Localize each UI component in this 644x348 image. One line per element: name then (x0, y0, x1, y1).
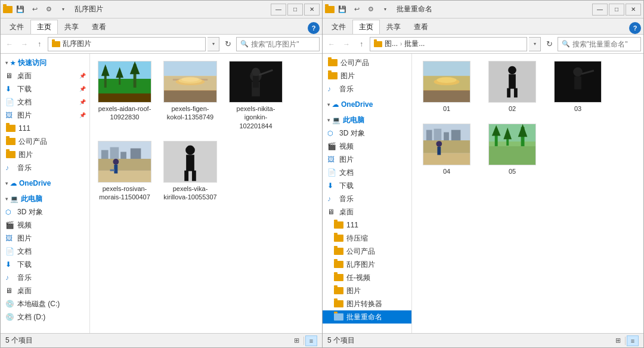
right-file-item-3[interactable]: 03 (548, 58, 608, 115)
right-sidebar-company[interactable]: 公司产品 (323, 56, 411, 69)
left-grid-view-btn[interactable]: ⊞ (290, 335, 302, 346)
left-forward-btn[interactable]: → (18, 37, 31, 51)
right-dropdown-btn[interactable]: ▾ (379, 4, 392, 15)
left-sidebar-images[interactable]: 图片 (1, 148, 89, 161)
right-file-item-2[interactable]: 02 (482, 58, 542, 115)
left-file-item-5[interactable]: pexels-vika-kirillova-10055307 (160, 138, 220, 204)
right-sidebar-batch[interactable]: 批量重命名 (323, 310, 411, 324)
right-sidebar-music[interactable]: ♪ 音乐 (323, 82, 411, 96)
right-sidebar-pending[interactable]: 待压缩 (323, 232, 411, 245)
right-maximize-btn[interactable]: □ (609, 4, 624, 16)
left-file-item-4[interactable]: pexels-rosivan-morais-11500407 (95, 138, 154, 204)
left-minimize-btn[interactable]: — (271, 4, 286, 16)
right-sidebar-111[interactable]: 111 (323, 218, 411, 232)
left-sidebar-dl2[interactable]: ⬇ 下载 (1, 258, 89, 271)
right-help-btn[interactable]: ? (629, 22, 641, 34)
left-list-view-btn[interactable]: ≡ (305, 335, 317, 346)
right-addr-dropdown[interactable]: ▾ (529, 37, 541, 51)
right-sidebar-video[interactable]: 🎬 视频 (323, 140, 411, 153)
left-sidebar-doc2[interactable]: 📄 文档 (1, 245, 89, 258)
right-list-view-btn[interactable]: ≡ (627, 335, 639, 346)
right-tab-share[interactable]: 共享 (380, 20, 407, 34)
left-sidebar-desktop[interactable]: 🖥 桌面 📌 (1, 69, 89, 82)
left-refresh-btn[interactable]: ↻ (221, 37, 234, 51)
right-search-input[interactable] (572, 40, 637, 48)
right-sidebar-dl2[interactable]: ⬇ 下载 (323, 179, 411, 192)
right-tab-view[interactable]: 查看 (407, 20, 435, 34)
right-file-item-5[interactable]: 05 (482, 121, 542, 178)
left-sidebar-3d[interactable]: ⬡ 3D 对象 (1, 205, 89, 218)
left-tab-file[interactable]: 文件 (3, 20, 30, 34)
left-addr-dropdown[interactable]: ▾ (208, 37, 219, 51)
right-sidebar-company2[interactable]: 公司产品 (323, 245, 411, 258)
right-sidebar-pic2[interactable]: 🖼 图片 (323, 153, 411, 166)
left-sidebar-download[interactable]: ⬇ 下载 📌 (1, 82, 89, 96)
right-refresh-btn[interactable]: ↻ (543, 37, 556, 51)
left-maximize-btn[interactable]: □ (287, 4, 303, 16)
right-company-icon (328, 59, 338, 66)
left-tab-home[interactable]: 主页 (30, 20, 58, 34)
left-doc-label: 文档 (17, 97, 32, 107)
left-sidebar-company[interactable]: 公司产品 (1, 135, 89, 148)
left-undo-btn[interactable]: ↩ (28, 4, 41, 15)
right-sidebar-thispc[interactable]: ▾ 💻 此电脑 (323, 113, 411, 127)
right-sidebar-images2[interactable]: 图片 (323, 284, 411, 297)
right-sidebar-chaos[interactable]: 乱序图片 (323, 258, 411, 271)
left-sidebar-hdd2[interactable]: 💿 文档 (D:) (1, 310, 89, 324)
left-sidebar-pic[interactable]: 🖼 图片 📌 (1, 109, 89, 122)
left-sidebar-hdd[interactable]: 💿 本地磁盘 (C:) (1, 297, 89, 310)
left-search-box[interactable]: 🔍 (236, 37, 320, 51)
right-sidebar-desk2[interactable]: 🖥 桌面 (323, 205, 411, 218)
left-sidebar-video[interactable]: 🎬 视频 (1, 218, 89, 232)
left-tab-share[interactable]: 共享 (58, 20, 85, 34)
right-back-btn[interactable]: ← (325, 37, 338, 51)
right-tab-home[interactable]: 主页 (352, 20, 380, 34)
left-sidebar-quickaccess[interactable]: ▾ ★ 快速访问 (1, 56, 89, 69)
right-grid-view-btn[interactable]: ⊞ (612, 335, 624, 346)
left-sidebar-doc[interactable]: 📄 文档 📌 (1, 96, 89, 109)
right-address-path[interactable]: 图... › 批量... (370, 37, 527, 51)
right-sidebar-onedrive[interactable]: ▾ ☁ OneDrive (323, 98, 411, 111)
left-sidebar-music[interactable]: ♪ 音乐 (1, 161, 89, 174)
right-sidebar-music2[interactable]: ♪ 音乐 (323, 192, 411, 205)
right-sidebar-doc2[interactable]: 📄 文档 (323, 166, 411, 179)
right-search-box[interactable]: 🔍 (558, 37, 641, 51)
left-hdd2-label: 文档 (D:) (17, 312, 45, 322)
left-help-btn[interactable]: ? (308, 22, 320, 34)
right-sidebar-converter[interactable]: 图片转换器 (323, 297, 411, 310)
left-search-input[interactable] (251, 40, 315, 48)
right-tab-file[interactable]: 文件 (325, 20, 352, 34)
right-111-label: 111 (346, 221, 358, 229)
right-sidebar-pic[interactable]: 图片 (323, 69, 411, 82)
right-sidebar-3d[interactable]: ⬡ 3D 对象 (323, 127, 411, 140)
right-close-btn[interactable]: ✕ (626, 4, 641, 16)
right-properties-btn[interactable]: ⚙ (364, 4, 377, 15)
right-forward-btn[interactable]: → (340, 37, 353, 51)
left-close-btn[interactable]: ✕ (304, 4, 320, 16)
left-up-btn[interactable]: ↑ (33, 37, 46, 51)
right-minimize-btn[interactable]: — (592, 4, 608, 16)
left-sidebar-111[interactable]: 111 (1, 122, 89, 135)
left-save-btn[interactable]: 💾 (14, 4, 27, 15)
left-tab-view[interactable]: 查看 (85, 20, 113, 34)
right-up-btn[interactable]: ↑ (355, 37, 368, 51)
right-save-btn[interactable]: 💾 (336, 4, 349, 15)
right-desk2-icon: 🖥 (327, 208, 337, 216)
right-file-item-1[interactable]: 01 (417, 58, 476, 115)
left-sidebar-thispc[interactable]: ▾ 💻 此电脑 (1, 192, 89, 205)
left-back-btn[interactable]: ← (3, 37, 16, 51)
left-sidebar-onedrive[interactable]: ▾ ☁ OneDrive (1, 177, 89, 190)
left-file-item-2[interactable]: pexels-figen-kokol-11358749 (160, 58, 220, 133)
right-sidebar-task-video[interactable]: 任-视频 (323, 271, 411, 284)
left-sidebar-desk2[interactable]: 🖥 桌面 (1, 284, 89, 297)
left-properties-btn[interactable]: ⚙ (42, 4, 55, 15)
right-file-item-4[interactable]: 04 (417, 121, 476, 178)
left-sidebar-music2[interactable]: ♪ 音乐 (1, 271, 89, 284)
right-undo-btn[interactable]: ↩ (350, 4, 363, 15)
left-sidebar-pic2[interactable]: 🖼 图片 (1, 232, 89, 245)
left-file-item-3[interactable]: pexels-nikita-igonkin-102201844 (226, 58, 286, 133)
left-dropdown-btn[interactable]: ▾ (57, 4, 70, 15)
right-company-label: 公司产品 (340, 58, 369, 68)
left-file-item-1[interactable]: pexels-aidan-roof-10922830 (95, 58, 154, 133)
left-address-path[interactable]: 乱序图片 (48, 37, 206, 51)
